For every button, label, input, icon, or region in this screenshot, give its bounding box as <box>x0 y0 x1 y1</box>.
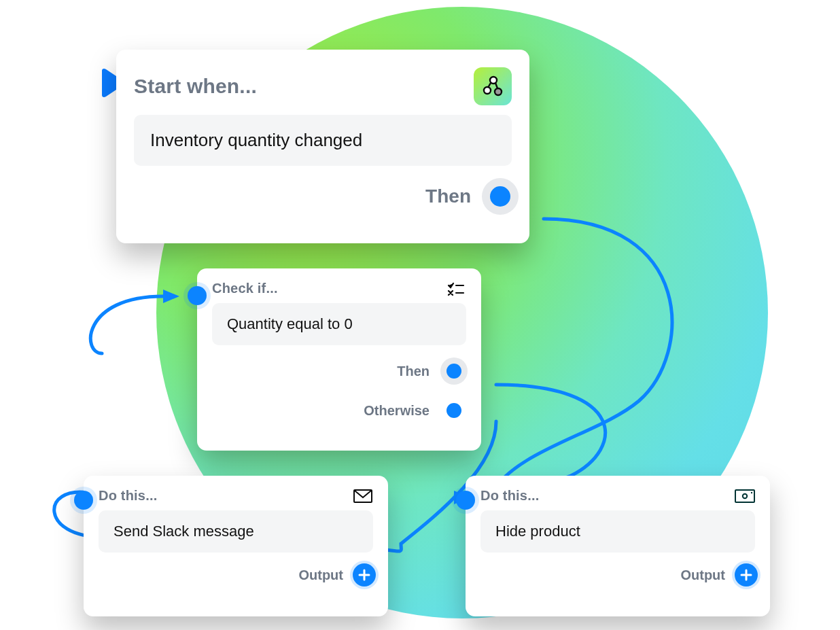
port-label: Otherwise <box>364 403 430 419</box>
card-header: Do this... <box>466 476 770 510</box>
action-value[interactable]: Send Slack message <box>99 510 373 553</box>
card-header: Do this... <box>84 476 388 510</box>
svg-point-18 <box>751 491 752 493</box>
cash-icon <box>735 489 755 504</box>
card-header: Check if... <box>197 268 481 303</box>
checklist-icon <box>446 281 466 296</box>
svg-rect-16 <box>735 490 754 502</box>
svg-point-3 <box>484 87 491 94</box>
input-node-icon[interactable] <box>74 491 93 510</box>
action-heading: Do this... <box>99 488 157 504</box>
action-heading: Do this... <box>480 488 539 504</box>
port-label: Then <box>425 186 471 207</box>
add-output-icon[interactable] <box>353 563 376 587</box>
svg-point-17 <box>743 493 747 497</box>
svg-point-7 <box>490 186 510 207</box>
condition-otherwise-port[interactable]: Otherwise <box>364 396 469 425</box>
svg-point-12 <box>447 403 461 418</box>
input-node-icon[interactable] <box>188 286 207 305</box>
condition-value[interactable]: Quantity equal to 0 <box>212 303 466 345</box>
svg-point-4 <box>495 88 502 95</box>
port-label: Then <box>397 364 430 379</box>
condition-then-port[interactable]: Then <box>397 356 469 386</box>
mail-icon <box>353 489 373 504</box>
output-node-icon[interactable] <box>480 177 520 216</box>
trigger-value[interactable]: Inventory quantity changed <box>134 115 512 166</box>
port-label: Output <box>680 567 725 583</box>
add-output-icon[interactable] <box>735 563 758 587</box>
trigger-heading: Start when... <box>134 75 257 98</box>
flow-icon <box>474 67 512 105</box>
workflow-canvas[interactable]: Start when... Inventory quantity changed… <box>0 0 840 630</box>
condition-heading: Check if... <box>212 281 278 296</box>
action-value[interactable]: Hide product <box>480 510 755 553</box>
svg-point-11 <box>447 364 461 379</box>
output-node-icon[interactable] <box>439 396 469 425</box>
action-card-slack[interactable]: Do this... Send Slack message Output <box>84 476 388 616</box>
condition-card[interactable]: Check if... Quantity equal to 0 Then Oth… <box>197 268 481 451</box>
action-card-hide-product[interactable]: Do this... Hide product Output <box>466 476 770 616</box>
port-label: Output <box>298 567 343 583</box>
input-node-icon[interactable] <box>456 491 475 510</box>
trigger-card[interactable]: Start when... Inventory quantity changed… <box>116 50 529 243</box>
card-header: Start when... <box>116 50 529 115</box>
action-output-port[interactable]: Output <box>298 563 376 587</box>
output-node-icon[interactable] <box>439 356 469 386</box>
trigger-output-port[interactable]: Then <box>425 177 520 216</box>
svg-point-5 <box>490 77 497 84</box>
action-output-port[interactable]: Output <box>680 563 758 587</box>
